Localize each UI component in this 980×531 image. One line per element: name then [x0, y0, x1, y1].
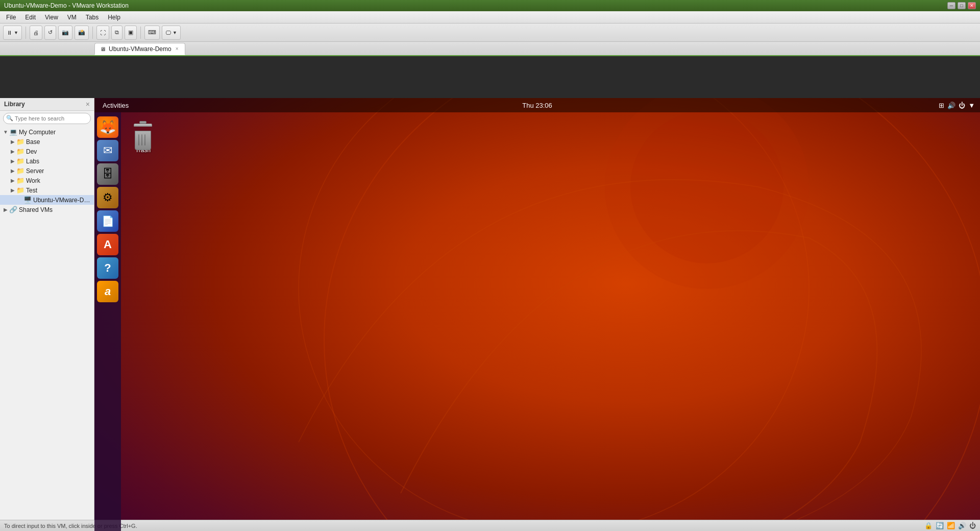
titlebar-controls: ─ □ ✕ — [947, 2, 976, 9]
sidebar-item-server[interactable]: ▶ 📁 Server — [0, 166, 94, 176]
help-icon: ? — [104, 261, 111, 275]
revert-button[interactable]: ↺ — [44, 26, 56, 40]
search-input[interactable] — [3, 113, 91, 124]
sidebar-item-shared-vms[interactable]: ▶ 🔗 Shared VMs — [0, 205, 94, 214]
main-layout: Library × 🔍 ▼ 💻 My Computer ▶ 📁 Base — [0, 98, 980, 531]
svg-point-2 — [605, 98, 809, 289]
sidebar-close-button[interactable]: × — [86, 100, 90, 108]
launcher-appstore[interactable]: A — [97, 234, 118, 255]
unity-icon: ⧉ — [115, 29, 119, 36]
restore-button[interactable]: □ — [958, 2, 966, 9]
expand-icon: ▶ — [9, 149, 16, 154]
panel-right-icons: ⊞ 🔊 ⏻ ▼ — [939, 102, 975, 109]
display-button[interactable]: 🖵 ▼ — [162, 26, 181, 40]
menu-item-help[interactable]: Help — [104, 13, 125, 22]
print-button[interactable]: 🖨 — [30, 26, 42, 40]
trash-desktop-icon[interactable]: Trash — [125, 118, 161, 156]
power-menu-icon[interactable]: ⏻ — [959, 102, 965, 109]
toolbar-sep-3 — [140, 27, 141, 39]
launcher-files[interactable]: 🗄 — [97, 163, 118, 185]
vm-button[interactable]: ▣ — [125, 26, 137, 40]
toolbar-sep-1 — [26, 27, 26, 39]
volume-status-icon: 🔊 — [958, 522, 966, 529]
amazon-icon: a — [105, 285, 111, 298]
sidebar-item-work[interactable]: ▶ 📁 Work — [0, 176, 94, 185]
unity-button[interactable]: ⧉ — [111, 26, 122, 40]
menu-item-file[interactable]: File — [2, 13, 20, 22]
folder-icon: 📁 — [16, 138, 24, 146]
sidebar-item-label: Dev — [26, 148, 37, 155]
trash-lines — [138, 134, 145, 146]
sidebar-header: Library × — [0, 98, 94, 111]
folder-icon: 📁 — [16, 186, 24, 194]
lock-icon: 🔒 — [924, 522, 933, 529]
sidebar-item-test[interactable]: ▶ 📁 Test — [0, 185, 94, 195]
vm-icon: ▣ — [128, 29, 133, 36]
power-button[interactable]: ⏸ ▼ — [3, 26, 22, 40]
expand-icon: ▶ — [9, 158, 16, 164]
sidebar-title: Library — [4, 101, 25, 108]
sidebar-item-my-computer[interactable]: ▼ 💻 My Computer — [0, 127, 94, 137]
sidebar-item-ubuntu-vm[interactable]: 🖥️ Ubuntu-VMware-Demo — [0, 195, 94, 205]
menu-item-view[interactable]: View — [41, 13, 62, 22]
firefox-icon: 🦊 — [100, 119, 116, 135]
sidebar-item-base[interactable]: ▶ 📁 Base — [0, 137, 94, 147]
expand-icon: ▶ — [9, 139, 16, 144]
close-button[interactable]: ✕ — [968, 2, 976, 9]
tab-icon: 🖥 — [100, 46, 106, 52]
refresh-icon: 🔄 — [936, 522, 944, 529]
launcher-writer[interactable]: 📄 — [97, 210, 118, 232]
menu-item-vm[interactable]: VM — [63, 13, 81, 22]
svg-point-0 — [324, 98, 980, 531]
snapshot-button[interactable]: 📷 — [58, 26, 72, 40]
panel-clock: Thu 23:06 — [522, 102, 552, 109]
sidebar-item-labs[interactable]: ▶ 📁 Labs — [0, 156, 94, 166]
launcher-settings[interactable]: ⚙ — [97, 187, 118, 208]
activities-button[interactable]: Activities — [100, 101, 132, 110]
ubuntu-top-panel: Activities Thu 23:06 ⊞ 🔊 ⏻ ▼ — [94, 98, 980, 112]
sidebar-item-label: Ubuntu-VMware-Demo — [33, 197, 92, 204]
minimize-button[interactable]: ─ — [947, 2, 955, 9]
snapshot2-button[interactable]: 📸 — [75, 26, 89, 40]
launcher-amazon[interactable]: a — [97, 281, 118, 302]
power-chevron: ▼ — [14, 30, 18, 35]
trash-lid — [134, 124, 152, 127]
vm-tab[interactable]: 🖥 Ubuntu-VMware-Demo × — [94, 43, 185, 55]
vm-display-area[interactable]: Activities Thu 23:06 ⊞ 🔊 ⏻ ▼ 🦊 ✉ — [94, 98, 980, 531]
menu-item-edit[interactable]: Edit — [21, 13, 40, 22]
appstore-icon: A — [104, 238, 112, 251]
launcher-mail[interactable]: ✉ — [97, 140, 118, 161]
panel-chevron[interactable]: ▼ — [968, 102, 975, 109]
trash-line — [138, 134, 139, 146]
launcher-firefox[interactable]: 🦊 — [97, 116, 118, 138]
computer-icon: 💻 — [9, 128, 17, 136]
send-input-button[interactable]: ⌨ — [144, 26, 160, 40]
tab-close-button[interactable]: × — [175, 46, 180, 52]
tabbar: 🖥 Ubuntu-VMware-Demo × — [0, 42, 980, 56]
expand-icon: ▶ — [9, 168, 16, 174]
menu-item-tabs[interactable]: Tabs — [82, 13, 103, 22]
titlebar: Ubuntu-VMware-Demo - VMware Workstation … — [0, 0, 980, 11]
menubar: FileEditViewVMTabsHelp — [0, 11, 980, 23]
fullscreen-button[interactable]: ⛶ — [96, 26, 109, 40]
toolbar-sep-2 — [92, 27, 93, 39]
shared-icon: 🔗 — [9, 206, 17, 213]
trash-body — [135, 131, 151, 150]
sidebar-item-dev[interactable]: ▶ 📁 Dev — [0, 147, 94, 156]
volume-icon[interactable]: 🔊 — [947, 102, 955, 109]
sidebar-search-container: 🔍 — [3, 113, 91, 124]
snapshot2-icon: 📸 — [78, 29, 85, 36]
fullscreen-icon: ⛶ — [100, 30, 106, 36]
mail-icon: ✉ — [103, 144, 112, 157]
ubuntu-desktop[interactable]: Activities Thu 23:06 ⊞ 🔊 ⏻ ▼ 🦊 ✉ — [94, 98, 980, 531]
sidebar-item-label: Work — [26, 177, 40, 184]
sidebar: Library × 🔍 ▼ 💻 My Computer ▶ 📁 Base — [0, 98, 94, 531]
folder-icon: 📁 — [16, 148, 24, 155]
network-status-icon: 📶 — [947, 522, 955, 529]
sidebar-item-label: Server — [26, 167, 44, 175]
trash-graphic — [133, 121, 153, 144]
launcher-help[interactable]: ? — [97, 257, 118, 279]
sidebar-item-label: Shared VMs — [19, 206, 53, 213]
network-icon[interactable]: ⊞ — [939, 102, 944, 109]
sidebar-item-label: Test — [26, 187, 37, 194]
